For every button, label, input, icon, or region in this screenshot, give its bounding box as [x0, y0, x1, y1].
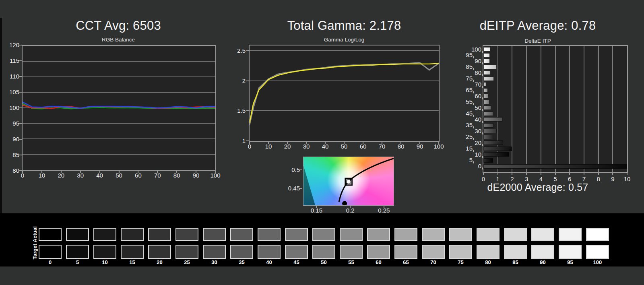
gamma-x-tick-label: 80	[392, 143, 410, 150]
rgb-x-tick	[119, 171, 120, 173]
swatch-level-label-85: 85	[504, 259, 527, 265]
swatch-level-label-65: 65	[394, 259, 417, 265]
gamma-x-tick	[363, 142, 363, 144]
rgb-y-tick	[19, 170, 22, 171]
gamma-x-tick-label: 60	[354, 143, 372, 150]
deitp-bar-90	[483, 59, 490, 63]
swatch-level-label-15: 15	[121, 259, 144, 265]
rgb-x-tick	[99, 171, 100, 173]
swatch-level-label-70: 70	[422, 259, 445, 265]
gamma-y-tick-label: 2.5	[228, 47, 246, 54]
swatch-target-25	[175, 245, 198, 259]
rgb-x-tick-label: 90	[187, 172, 205, 179]
swatch-actual-10	[93, 228, 116, 241]
gamma-y-tick-label: 2	[228, 77, 246, 85]
deitp-x-tick	[627, 173, 627, 175]
swatch-actual-85	[504, 228, 527, 241]
swatch-actual-25	[175, 228, 198, 241]
deitp-bar-50	[483, 105, 491, 110]
deitp-bar-80	[483, 70, 491, 75]
rgb-y-tick-label: 100	[2, 104, 19, 112]
chart-canvas	[250, 45, 439, 141]
swatch-target-15	[121, 245, 144, 259]
swatch-actual-30	[203, 228, 226, 241]
swatch-target-55	[340, 245, 363, 259]
deitp-y-tick	[482, 86, 483, 88]
deitp-y-tick	[482, 51, 483, 53]
deitp-x-tick	[569, 173, 570, 175]
cie-y-tick-label: 0.45	[281, 185, 300, 192]
rgb-y-tick	[19, 45, 22, 45]
swatch-actual-80	[477, 228, 500, 241]
rgb-x-tick-label: 50	[110, 172, 128, 179]
swatch-target-0	[39, 245, 62, 259]
deltae-itp-subtitle: DeltaE ITP	[453, 38, 622, 44]
deitp-gridline	[555, 46, 556, 172]
deitp-bar-20	[483, 140, 503, 145]
swatch-target-40	[258, 245, 281, 259]
swatch-target-80	[477, 245, 500, 259]
gamma-y-tick	[246, 110, 249, 111]
page: CCT Avg: 6503 RGB Balance Total Gamma: 2…	[0, 0, 644, 285]
gamma-x-tick-label: 0	[241, 143, 258, 150]
rgb-x-tick-label: 60	[129, 172, 147, 179]
deitp-x-tick	[612, 173, 613, 175]
swatch-actual-50	[312, 228, 335, 241]
deitp-x-tick-label: 0	[477, 176, 489, 183]
rgb-x-tick	[61, 171, 62, 173]
swatch-target-35	[230, 245, 253, 259]
deitp-bar-100	[483, 47, 490, 52]
deitp-gridline	[584, 46, 584, 172]
cie-diagram	[303, 157, 394, 206]
deitp-gridline	[598, 46, 599, 172]
gamma-x-tick-label: 70	[373, 143, 391, 150]
gamma-x-tick	[249, 142, 250, 144]
gamma-x-tick-label: 100	[430, 143, 448, 150]
gamma-x-tick	[382, 142, 382, 144]
gamma-x-tick	[287, 142, 288, 144]
swatch-actual-100	[586, 228, 609, 241]
rgb-y-tick-label: 120	[2, 41, 19, 49]
chart-canvas	[303, 157, 394, 206]
deitp-y-tick	[482, 132, 483, 134]
deitp-average-title: dEITP Average: 0.78	[453, 19, 622, 33]
gamma-x-tick-label: 40	[316, 143, 334, 150]
deitp-y-tick	[482, 97, 483, 99]
rgb-x-tick-label: 10	[33, 172, 51, 179]
rgb-x-tick-label: 20	[52, 172, 70, 179]
gamma-x-tick-label: 50	[335, 143, 353, 150]
white-point-measured-marker	[347, 180, 351, 184]
swatch-actual-35	[230, 228, 253, 241]
swatch-level-label-100: 100	[586, 259, 609, 265]
swatch-actual-70	[422, 228, 445, 241]
rgb-y-tick-label: 85	[2, 151, 19, 159]
deitp-y-tick	[482, 167, 483, 169]
swatch-actual-20	[148, 228, 171, 241]
rgb-y-tick	[19, 76, 22, 77]
cie-y-tick	[300, 188, 302, 189]
gamma-y-tick-label: 1.5	[228, 107, 246, 114]
cie-x-tick-label: 0.25	[375, 207, 393, 214]
cie-x-tick	[384, 206, 384, 208]
deitp-bar-45	[483, 112, 493, 116]
deitp-gridline	[541, 46, 541, 172]
gamma-y-tick	[246, 81, 249, 81]
rgb-x-tick	[157, 171, 158, 173]
swatch-actual-45	[285, 228, 308, 241]
swatch-level-label-20: 20	[148, 259, 171, 265]
swatch-target-5	[66, 245, 89, 259]
swatch-target-95	[559, 245, 582, 259]
gamma-plot	[249, 45, 440, 142]
rgb-x-tick	[196, 171, 196, 173]
cie-x-tick	[316, 206, 317, 208]
rgb-x-tick	[138, 171, 138, 173]
rgb-x-tick-label: 40	[91, 172, 109, 179]
deitp-y-tick	[482, 74, 483, 76]
deitp-bar-65	[483, 88, 488, 93]
swatch-level-label-25: 25	[175, 259, 198, 265]
de2000-average-footer: dE2000 Average: 0.57	[453, 182, 622, 193]
swatch-level-label-95: 95	[559, 259, 582, 265]
reference-dot-marker	[342, 201, 347, 206]
swatch-actual-95	[559, 228, 582, 241]
rgb-x-tick-label: 0	[14, 172, 31, 179]
